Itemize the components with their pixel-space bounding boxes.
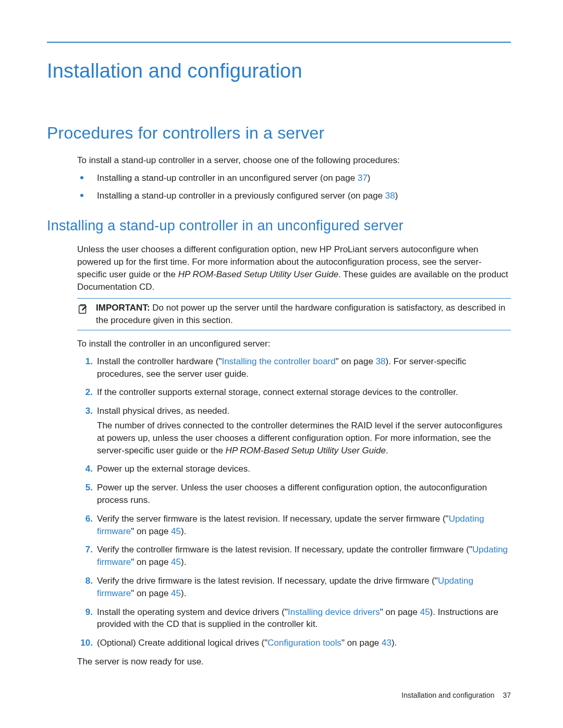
cross-ref-link[interactable]: Installing device drivers <box>288 607 380 617</box>
page-ref-link[interactable]: 45 <box>171 557 181 567</box>
step-number: 9. <box>77 606 93 619</box>
important-body: Do not power up the server until the har… <box>96 303 506 325</box>
bullet-item: Installing a stand-up controller in a pr… <box>77 190 511 202</box>
text: Install physical drives, as needed. <box>97 405 511 417</box>
cross-ref-link[interactable]: Configuration tools <box>267 638 341 648</box>
footer-chapter: Installation and configuration <box>401 691 494 699</box>
text: " on page <box>131 526 171 536</box>
top-rule <box>47 42 511 43</box>
cross-ref-link[interactable]: Installing the controller board <box>222 356 335 366</box>
text: " on page <box>131 588 171 598</box>
step-item: 4. Power up the external storage devices… <box>77 463 511 475</box>
text: " on page <box>131 557 171 567</box>
page-footer: Installation and configuration 37 <box>401 690 511 701</box>
step-number: 5. <box>77 482 93 494</box>
text: Install the operating system and device … <box>97 607 288 617</box>
text: If the controller supports external stor… <box>97 386 511 399</box>
text: Power up the external storage devices. <box>97 463 511 475</box>
procedure-bullets: Installing a stand-up controller in an u… <box>77 172 511 202</box>
step-number: 3. <box>77 405 93 417</box>
important-callout: IMPORTANT: Do not power up the server un… <box>77 298 511 330</box>
paragraph: Unless the user chooses a different conf… <box>77 243 511 293</box>
step-number: 1. <box>77 355 93 368</box>
step-item: 1. Install the controller hardware ("Ins… <box>77 355 511 380</box>
step-item: 9. Install the operating system and devi… <box>77 606 511 631</box>
text: . <box>386 446 388 455</box>
page-ref-link[interactable]: 38 <box>385 191 395 201</box>
step-number: 7. <box>77 544 93 556</box>
bullet-text: Installing a stand-up controller in an u… <box>97 173 358 183</box>
intro-line: To install a stand-up controller in a se… <box>77 154 511 167</box>
step-item: 10. (Optional) Create additional logical… <box>77 637 511 649</box>
step-number: 6. <box>77 513 93 525</box>
text: " on page <box>380 607 420 617</box>
step-extra: The number of drives connected to the co… <box>97 419 511 456</box>
guide-title-italic: HP ROM-Based Setup Utility User Guide <box>178 269 338 279</box>
step-number: 10. <box>77 637 93 649</box>
text: (Optional) Create additional logical dri… <box>97 638 267 648</box>
text: Verify the drive firmware is the latest … <box>97 576 438 586</box>
page-ref-link[interactable]: 45 <box>420 607 430 617</box>
page-ref-link[interactable]: 45 <box>171 526 181 536</box>
important-text: IMPORTANT: Do not power up the server un… <box>96 302 511 327</box>
closing-line: The server is now ready for use. <box>77 656 511 668</box>
text: Verify the server firmware is the latest… <box>97 514 449 524</box>
step-item: 6. Verify the server firmware is the lat… <box>77 513 511 538</box>
bullet-item: Installing a stand-up controller in an u… <box>77 172 511 184</box>
footer-page-number: 37 <box>503 691 511 699</box>
text: Install the controller hardware (" <box>97 356 222 366</box>
install-steps: 1. Install the controller hardware ("Ins… <box>77 355 511 649</box>
text: Power up the server. Unless the user cho… <box>97 482 511 507</box>
text: " on page <box>336 356 376 366</box>
page-ref-link[interactable]: 45 <box>171 588 181 598</box>
text: ). <box>391 638 397 648</box>
section-title: Procedures for controllers in a server <box>47 121 511 145</box>
text: " on page <box>341 638 382 648</box>
page-ref-link[interactable]: 43 <box>382 638 391 648</box>
text: ). <box>181 557 186 567</box>
text: Verify the controller firmware is the la… <box>97 545 472 554</box>
step-number: 8. <box>77 575 93 587</box>
step-number: 2. <box>77 386 93 399</box>
bullet-text: Installing a stand-up controller in a pr… <box>97 191 385 201</box>
page-ref-link[interactable]: 37 <box>358 173 368 183</box>
step-item: 7. Verify the controller firmware is the… <box>77 544 511 569</box>
important-label: IMPORTANT: <box>96 303 150 313</box>
subsection-title: Installing a stand-up controller in an u… <box>47 216 511 236</box>
text: ). <box>181 588 186 598</box>
bullet-text-post: ) <box>395 191 398 201</box>
step-item: 8. Verify the drive firmware is the late… <box>77 575 511 600</box>
to-install-line: To install the controller in an unconfig… <box>77 338 511 350</box>
note-icon <box>77 303 89 318</box>
step-item: 2. If the controller supports external s… <box>77 386 511 399</box>
chapter-title: Installation and configuration <box>47 57 511 85</box>
step-item: 3. Install physical drives, as needed. T… <box>77 405 511 456</box>
step-item: 5. Power up the server. Unless the user … <box>77 482 511 507</box>
text: ). <box>181 526 186 536</box>
page-ref-link[interactable]: 38 <box>376 356 386 366</box>
bullet-text-post: ) <box>368 173 371 183</box>
guide-title-italic: HP ROM-Based Setup Utility User Guide <box>226 446 386 455</box>
step-number: 4. <box>77 463 93 475</box>
